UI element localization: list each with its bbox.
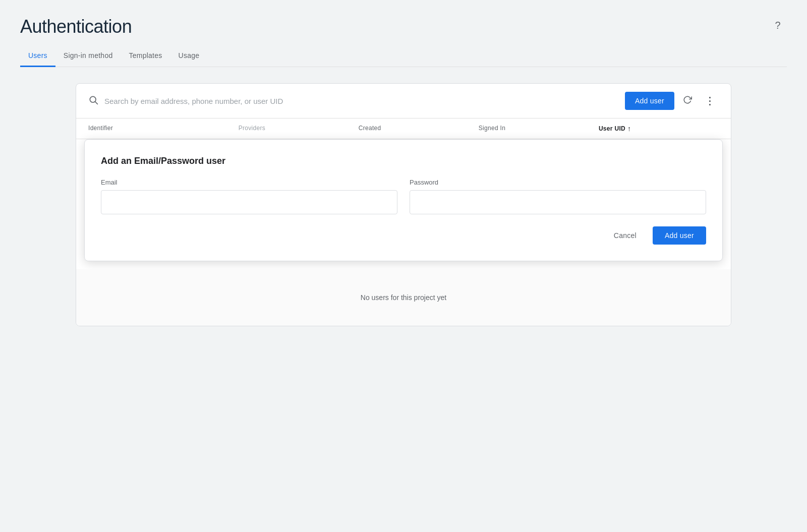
search-input[interactable]	[104, 97, 619, 105]
help-button[interactable]: ?	[769, 16, 787, 34]
form-row: Email Password	[101, 179, 706, 214]
table-header: Identifier Providers Created Signed In U…	[76, 119, 731, 139]
col-header-identifier: Identifier	[88, 125, 239, 133]
password-field[interactable]	[410, 190, 706, 214]
email-group: Email	[101, 179, 397, 214]
tab-users[interactable]: Users	[20, 45, 55, 67]
cancel-button[interactable]: Cancel	[606, 226, 645, 245]
add-user-submit-button[interactable]: Add user	[653, 226, 706, 245]
col-header-user-uid[interactable]: User UID ↑	[599, 125, 719, 133]
main-card: Add user ⋮ Identifier Provid	[76, 83, 731, 326]
add-user-button[interactable]: Add user	[625, 92, 674, 110]
col-header-created: Created	[359, 125, 479, 133]
email-label: Email	[101, 179, 397, 186]
form-actions: Cancel Add user	[101, 226, 706, 245]
password-label: Password	[410, 179, 706, 186]
email-field[interactable]	[101, 190, 397, 214]
help-icon: ?	[775, 20, 780, 31]
tabs-bar: Users Sign-in method Templates Usage	[20, 45, 787, 67]
col-header-signed-in: Signed In	[479, 125, 599, 133]
svg-line-1	[95, 101, 98, 104]
sort-arrow-icon: ↑	[627, 125, 631, 133]
tab-usage[interactable]: Usage	[170, 45, 208, 67]
password-group: Password	[410, 179, 706, 214]
empty-state-message: No users for this project yet	[76, 269, 731, 326]
add-user-panel-title: Add an Email/Password user	[101, 156, 706, 166]
refresh-button[interactable]	[678, 92, 697, 110]
search-icon	[88, 95, 98, 107]
tab-signin-method[interactable]: Sign-in method	[55, 45, 121, 67]
table-area: No users for this project yet	[76, 269, 731, 326]
tab-templates[interactable]: Templates	[121, 45, 170, 67]
refresh-icon	[683, 95, 692, 107]
more-icon: ⋮	[705, 95, 715, 107]
search-bar-row: Add user ⋮	[76, 84, 731, 119]
search-actions: Add user ⋮	[625, 92, 719, 110]
page-title: Authentication	[20, 16, 132, 37]
col-header-providers: Providers	[239, 125, 359, 133]
add-user-panel: Add an Email/Password user Email Passwor…	[84, 139, 723, 261]
more-options-button[interactable]: ⋮	[701, 92, 719, 110]
